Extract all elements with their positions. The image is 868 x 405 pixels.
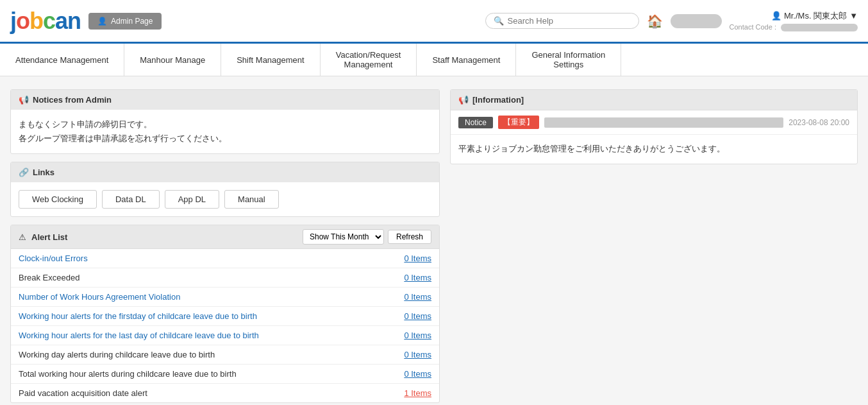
nav-manhour-manage[interactable]: Manhour Manage (124, 44, 221, 76)
table-row: Break Exceeded0 Items (11, 268, 439, 288)
alert-list-header: ⚠ Alert List Show This Month Refresh (11, 225, 439, 249)
table-row: Clock-in/out Errors0 Items (11, 249, 439, 268)
alert-label: Working day alerts during childcare leav… (11, 345, 360, 365)
user-icon: 👤 (771, 11, 781, 21)
alert-count[interactable]: 0 Items (360, 268, 439, 288)
user-name: Mr./Ms. 関東太郎 (784, 10, 847, 22)
info-date: 2023-08-08 20:00 (789, 118, 849, 127)
notice-line2: 各グループ管理者は申請承認を忘れず行ってください。 (19, 132, 431, 146)
notice-badge: Notice (458, 117, 493, 128)
contact-code-bar (781, 24, 858, 31)
home-button[interactable]: 🏠 (647, 13, 663, 29)
table-row: Paid vacation acquisition date alert1 It… (11, 384, 439, 403)
alert-icon: ⚠ (19, 232, 26, 242)
table-row: Working day alerts during childcare leav… (11, 345, 439, 365)
home-icon: 🏠 (647, 14, 663, 28)
nav-general-info-settings[interactable]: General InformationSettings (516, 44, 621, 76)
info-title-bar (544, 117, 783, 128)
admin-page-icon: 👤 (97, 17, 107, 26)
alert-count[interactable]: 0 Items (360, 249, 439, 268)
nav-shift-management[interactable]: Shift Management (221, 44, 321, 76)
links-header: 🔗 Links (11, 162, 439, 182)
information-row: Notice 【重要】 2023-08-08 20:00 (451, 110, 857, 135)
information-body-text: 平素よりジョブカン勤怠管理をご利用いただきありがとうございます。 (458, 142, 849, 156)
search-icon: 🔍 (494, 16, 504, 26)
links-section: 🔗 Links Web Clocking Data DL App DL Manu… (10, 162, 440, 217)
alert-label[interactable]: Clock-in/out Errors (11, 249, 360, 268)
information-header: 📢 [Information] (451, 90, 857, 110)
admin-page-button[interactable]: 👤 Admin Page (88, 13, 162, 30)
search-bar[interactable]: 🔍 (485, 13, 639, 29)
nav-attendance-management[interactable]: Attendance Management (0, 44, 124, 76)
alert-list-title: Alert List (31, 232, 67, 242)
refresh-button[interactable]: Refresh (388, 230, 431, 244)
info-megaphone-icon: 📢 (458, 95, 469, 105)
notices-section: 📢 Notices from Admin まもなくシフト申請の締切日です。 各グ… (10, 89, 440, 154)
alert-count[interactable]: 1 Items (360, 384, 439, 403)
table-row: Working hour alerts for the firstday of … (11, 307, 439, 326)
show-month-select[interactable]: Show This Month (303, 229, 384, 245)
important-badge: 【重要】 (498, 116, 539, 129)
right-panel: 📢 [Information] Notice 【重要】 2023-08-08 2… (450, 89, 858, 403)
notice-line1: まもなくシフト申請の締切日です。 (19, 117, 431, 132)
left-panel: 📢 Notices from Admin まもなくシフト申請の締切日です。 各グ… (10, 89, 440, 403)
nav-vacation-management[interactable]: Vacation/RequestManagement (321, 44, 417, 76)
logo: jobcan (10, 8, 81, 35)
main-content: 📢 Notices from Admin まもなくシフト申請の締切日です。 各グ… (0, 76, 868, 405)
alert-label: Total working hour alerts during childca… (11, 365, 360, 384)
alert-label[interactable]: Working hour alerts for the last day of … (11, 326, 360, 345)
alert-label: Paid vacation acquisition date alert (11, 384, 360, 403)
app-dl-button[interactable]: App DL (165, 190, 219, 209)
notices-title: Notices from Admin (33, 95, 112, 105)
information-section: 📢 [Information] Notice 【重要】 2023-08-08 2… (450, 89, 858, 164)
alert-list-section: ⚠ Alert List Show This Month Refresh Clo… (10, 225, 440, 403)
dropdown-arrow-icon: ▼ (849, 11, 858, 21)
main-nav: Attendance Management Manhour Manage Shi… (0, 44, 868, 76)
search-input[interactable] (508, 16, 631, 26)
alert-table: Clock-in/out Errors0 ItemsBreak Exceeded… (11, 249, 439, 402)
alert-count[interactable]: 0 Items (360, 326, 439, 345)
user-dropdown[interactable]: 👤 Mr./Ms. 関東太郎 ▼ (771, 10, 858, 22)
table-row: Number of Work Hours Agreement Violation… (11, 288, 439, 307)
alert-count[interactable]: 0 Items (360, 307, 439, 326)
data-dl-button[interactable]: Data DL (102, 190, 160, 209)
admin-page-label: Admin Page (111, 17, 153, 26)
web-clocking-button[interactable]: Web Clocking (19, 190, 97, 209)
alert-count[interactable]: 0 Items (360, 345, 439, 365)
table-row: Working hour alerts for the last day of … (11, 326, 439, 345)
contact-code: Contact Code : (730, 23, 858, 31)
manual-button[interactable]: Manual (224, 190, 279, 209)
notices-header: 📢 Notices from Admin (11, 90, 439, 110)
alert-controls: Show This Month Refresh (303, 229, 431, 245)
link-icon: 🔗 (19, 168, 29, 177)
information-title: [Information] (472, 95, 524, 105)
alert-label: Break Exceeded (11, 268, 360, 288)
megaphone-icon: 📢 (19, 95, 29, 105)
links-buttons: Web Clocking Data DL App DL Manual (11, 182, 439, 216)
alert-count[interactable]: 0 Items (360, 365, 439, 384)
alert-count[interactable]: 0 Items (360, 288, 439, 307)
information-body: 平素よりジョブカン勤怠管理をご利用いただきありがとうございます。 (451, 135, 857, 164)
user-avatar-bar (671, 14, 722, 28)
alert-label[interactable]: Working hour alerts for the firstday of … (11, 307, 360, 326)
header-right: 👤 Mr./Ms. 関東太郎 ▼ Contact Code : (730, 10, 858, 31)
links-title: Links (33, 168, 54, 177)
alert-label[interactable]: Number of Work Hours Agreement Violation (11, 288, 360, 307)
logo-text: jobcan (10, 8, 81, 35)
table-row: Total working hour alerts during childca… (11, 365, 439, 384)
nav-staff-management[interactable]: Staff Management (417, 44, 516, 76)
header: jobcan 👤 Admin Page 🔍 🏠 👤 Mr./Ms. 関東太郎 ▼… (0, 0, 868, 44)
notices-content: まもなくシフト申請の締切日です。 各グループ管理者は申請承認を忘れず行ってくださ… (11, 110, 439, 153)
